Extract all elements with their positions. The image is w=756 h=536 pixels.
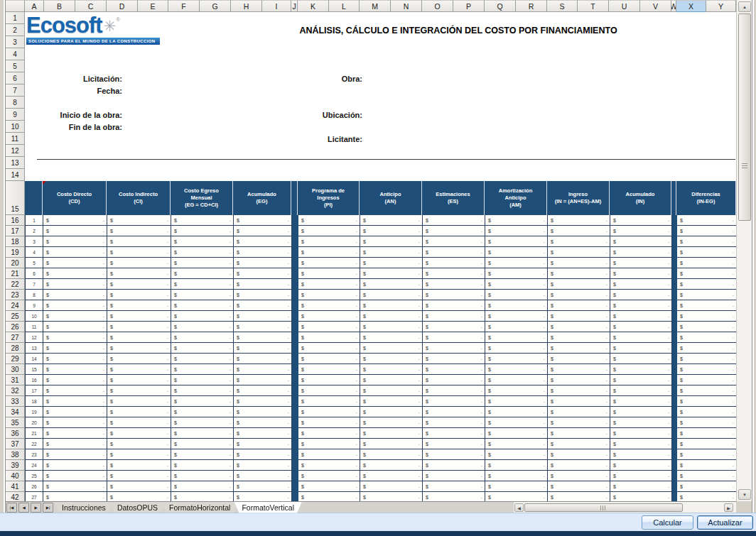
value-cell[interactable]: $- — [485, 492, 548, 501]
value-cell[interactable]: $- — [423, 236, 485, 247]
value-cell[interactable]: $- — [171, 258, 234, 268]
column-header-E[interactable]: E — [138, 0, 168, 12]
value-cell[interactable]: $- — [43, 407, 107, 417]
value-cell[interactable]: $- — [298, 481, 360, 492]
value-cell[interactable]: $- — [107, 492, 171, 501]
value-cell[interactable]: $- — [548, 354, 610, 364]
value-cell[interactable]: $- — [548, 364, 610, 375]
value-cell[interactable]: $- — [423, 268, 485, 279]
data-row-number[interactable]: 12 — [26, 332, 43, 343]
value-cell[interactable]: $- — [107, 417, 171, 428]
value-cell[interactable]: $- — [677, 428, 736, 439]
value-cell[interactable]: $- — [360, 226, 423, 236]
data-row-number[interactable]: 15 — [26, 364, 43, 375]
table-header-cell[interactable]: Amortización Anticipo (AM) — [485, 181, 547, 215]
value-cell[interactable]: $- — [298, 311, 360, 322]
value-cell[interactable]: $- — [298, 236, 360, 247]
value-cell[interactable]: $- — [677, 449, 736, 460]
value-cell[interactable]: $- — [485, 428, 548, 439]
value-cell[interactable]: $- — [107, 236, 171, 247]
value-cell[interactable]: $- — [610, 375, 672, 385]
value-cell[interactable]: $- — [423, 343, 485, 354]
row-header-16[interactable]: 16 — [6, 215, 25, 226]
row-header-10[interactable]: 10 — [6, 121, 25, 133]
value-cell[interactable]: $- — [107, 258, 171, 268]
value-cell[interactable]: $- — [43, 364, 107, 375]
value-cell[interactable]: $- — [360, 300, 423, 311]
data-row-number[interactable]: 14 — [26, 354, 43, 364]
value-cell[interactable]: $- — [234, 258, 292, 268]
value-cell[interactable]: $- — [677, 236, 736, 247]
value-cell[interactable]: $- — [677, 407, 736, 417]
value-cell[interactable]: $- — [43, 332, 107, 343]
value-cell[interactable]: $- — [171, 385, 234, 396]
value-cell[interactable]: $- — [485, 311, 548, 322]
value-cell[interactable]: $- — [171, 215, 234, 226]
value-cell[interactable]: $- — [171, 460, 234, 471]
value-cell[interactable]: $- — [171, 268, 234, 279]
value-cell[interactable]: $- — [234, 343, 292, 354]
value-cell[interactable]: $- — [423, 332, 485, 343]
data-row-number[interactable]: 8 — [26, 290, 43, 300]
value-cell[interactable]: $- — [485, 226, 548, 236]
value-cell[interactable]: $- — [423, 407, 485, 417]
table-header-cell[interactable]: Costo Egreso Mensual (EG = CD+CI) — [171, 181, 233, 215]
value-cell[interactable]: $- — [234, 460, 292, 471]
row-header-30[interactable]: 30 — [6, 364, 25, 375]
value-cell[interactable]: $- — [677, 247, 736, 258]
row-header-6[interactable]: 6 — [6, 72, 25, 84]
data-row-number[interactable]: 24 — [26, 460, 43, 471]
column-header-J[interactable]: J — [291, 0, 298, 12]
value-cell[interactable]: $- — [360, 460, 423, 471]
value-cell[interactable]: $- — [485, 258, 548, 268]
value-cell[interactable]: $- — [298, 375, 360, 385]
value-cell[interactable]: $- — [548, 428, 610, 439]
tabs-last-button[interactable]: ▶| — [43, 503, 53, 513]
row-header-40[interactable]: 40 — [6, 471, 25, 481]
row-header-5[interactable]: 5 — [6, 60, 25, 72]
value-cell[interactable]: $- — [485, 354, 548, 364]
value-cell[interactable]: $- — [234, 300, 292, 311]
column-header-K[interactable]: K — [298, 0, 329, 12]
value-cell[interactable]: $- — [43, 439, 107, 449]
data-row-number[interactable]: 10 — [26, 311, 43, 322]
value-cell[interactable]: $- — [610, 290, 672, 300]
column-header-V[interactable]: V — [640, 0, 671, 12]
value-cell[interactable]: $- — [234, 407, 292, 417]
value-cell[interactable]: $- — [423, 492, 485, 501]
value-cell[interactable]: $- — [234, 449, 292, 460]
row-header-11[interactable]: 11 — [6, 133, 25, 145]
value-cell[interactable]: $- — [234, 354, 292, 364]
value-cell[interactable]: $- — [107, 354, 171, 364]
row-header-21[interactable]: 21 — [6, 268, 25, 279]
value-cell[interactable]: $- — [548, 332, 610, 343]
data-row-number[interactable]: 17 — [26, 385, 43, 396]
value-cell[interactable]: $- — [43, 396, 107, 407]
data-row-number[interactable]: 5 — [26, 258, 43, 268]
calcular-button[interactable]: Calcular — [642, 515, 693, 530]
value-cell[interactable]: $- — [548, 407, 610, 417]
value-cell[interactable]: $- — [548, 215, 610, 226]
value-cell[interactable]: $- — [360, 290, 423, 300]
value-cell[interactable]: $- — [548, 417, 610, 428]
scroll-down-button[interactable]: ▼ — [738, 489, 751, 500]
column-header-G[interactable]: G — [200, 0, 231, 12]
value-cell[interactable]: $- — [298, 492, 360, 501]
column-header-I[interactable]: I — [262, 0, 291, 12]
data-row-number[interactable]: 16 — [26, 375, 43, 385]
value-cell[interactable]: $- — [548, 322, 610, 332]
value-cell[interactable]: $- — [298, 407, 360, 417]
row-header-9[interactable]: 9 — [6, 109, 25, 121]
value-cell[interactable]: $- — [360, 343, 423, 354]
value-cell[interactable]: $- — [485, 268, 548, 279]
value-cell[interactable]: $- — [610, 268, 672, 279]
value-cell[interactable]: $- — [43, 247, 107, 258]
data-row-number[interactable]: 4 — [26, 247, 43, 258]
value-cell[interactable]: $- — [171, 481, 234, 492]
column-header-C[interactable]: C — [75, 0, 107, 12]
value-cell[interactable]: $- — [423, 354, 485, 364]
value-cell[interactable]: $- — [610, 396, 672, 407]
value-cell[interactable]: $- — [43, 236, 107, 247]
value-cell[interactable]: $- — [548, 236, 610, 247]
row-header-2[interactable]: 2 — [6, 24, 25, 36]
